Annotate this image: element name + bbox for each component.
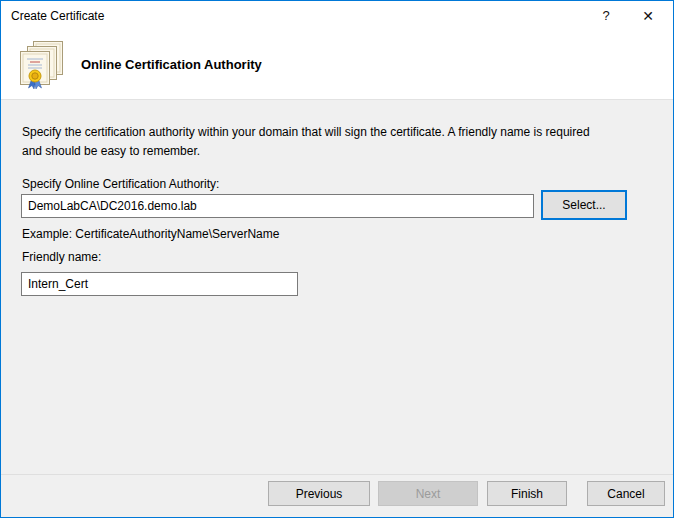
description-line-2: and should be easy to remember. [22,142,652,161]
window-title: Create Certificate [11,1,104,31]
page-title: Online Certification Authority [81,57,262,72]
titlebar[interactable]: Create Certificate ? ✕ [1,1,673,31]
wizard-content: Specify the certification authority with… [1,101,673,474]
close-icon: ✕ [642,8,654,24]
button-bar: Previous Next Finish Cancel [1,474,673,517]
select-button[interactable]: Select... [541,190,627,220]
ca-input[interactable] [21,194,534,218]
description-text: Specify the certification authority with… [22,123,652,161]
wizard-header: Online Certification Authority [1,31,673,100]
description-line-1: Specify the certification authority with… [22,123,652,142]
example-text: Example: CertificateAuthorityName\Server… [22,227,279,241]
help-button[interactable]: ? [589,1,623,31]
close-button[interactable]: ✕ [631,1,665,31]
next-button[interactable]: Next [378,481,478,506]
friendly-name-input[interactable] [21,272,298,296]
ca-label: Specify Online Certification Authority: [22,177,219,191]
friendly-name-label: Friendly name: [22,250,101,264]
create-certificate-dialog: Create Certificate ? ✕ [0,0,674,518]
previous-button[interactable]: Previous [268,481,370,506]
help-icon: ? [602,8,609,23]
certificates-icon [18,40,68,92]
finish-button[interactable]: Finish [487,481,567,506]
cancel-button[interactable]: Cancel [587,481,665,506]
